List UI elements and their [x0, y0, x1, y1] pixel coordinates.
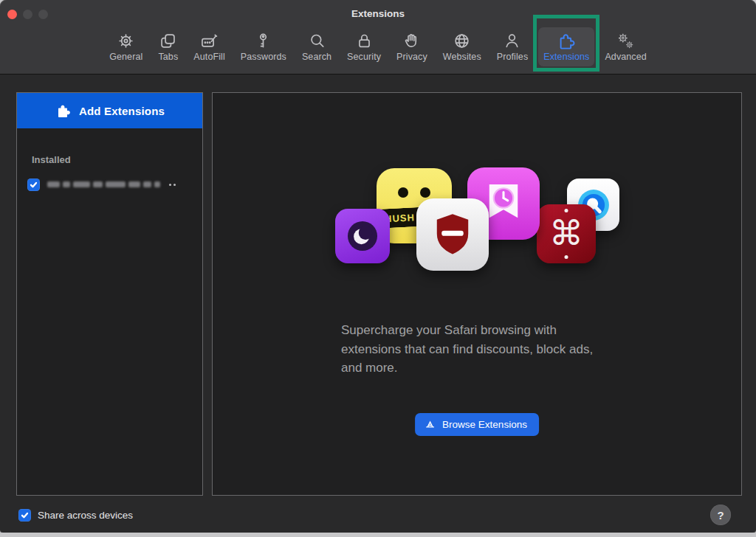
tab-label: Security [347, 52, 381, 62]
crescent-moon-icon [341, 215, 384, 257]
autofill-icon [199, 31, 219, 51]
tab-general[interactable]: General [104, 27, 148, 66]
tab-label: AutoFill [193, 52, 224, 62]
decor-dot [565, 209, 568, 212]
tab-label: General [109, 52, 142, 62]
share-across-devices-control[interactable]: Share across devices [18, 509, 133, 522]
tab-autofill[interactable]: AutoFill [188, 27, 230, 66]
add-extensions-label: Add Extensions [79, 105, 165, 117]
tab-websites[interactable]: Websites [438, 27, 487, 66]
puzzle-icon [55, 102, 72, 119]
redacted-name-ellipsis [169, 184, 176, 186]
installed-extension-row[interactable] [27, 176, 195, 193]
tab-search[interactable]: Search [297, 27, 337, 66]
add-extensions-button[interactable]: Add Extensions [17, 93, 202, 128]
magnifier-icon [307, 31, 327, 51]
tab-label: Advanced [605, 52, 646, 62]
window-title: Extensions [0, 8, 756, 19]
extensions-pane: Add Extensions Installed [0, 75, 756, 533]
installed-section-label: Installed [32, 154, 71, 165]
help-button[interactable]: ? [710, 505, 731, 525]
gear-icon [116, 31, 136, 51]
moon-extension-icon [335, 209, 390, 263]
hush-eye [398, 187, 408, 198]
tab-advanced[interactable]: Advanced [599, 27, 651, 66]
tab-label: Privacy [396, 52, 427, 62]
command-extension-icon: ⌘ [537, 204, 596, 263]
shield-block-icon [426, 208, 479, 261]
browse-extensions-button[interactable]: Browse Extensions [415, 413, 539, 436]
command-symbol: ⌘ [549, 216, 583, 250]
hand-icon [402, 31, 422, 51]
lock-icon [354, 31, 374, 51]
screen: Extensions General Tabs [0, 0, 756, 537]
help-question-mark: ? [717, 509, 724, 522]
window-chrome: Extensions General Tabs [0, 0, 756, 75]
installed-extension-name-redacted [47, 181, 160, 187]
decor-dot [565, 255, 568, 259]
tab-passwords[interactable]: Passwords [236, 27, 292, 66]
browse-extensions-label: Browse Extensions [442, 419, 527, 430]
extension-enabled-checkbox[interactable] [27, 179, 40, 191]
tab-label: Search [302, 52, 331, 62]
tabs-icon [158, 31, 178, 51]
hush-eye [420, 187, 430, 198]
key-icon [253, 31, 273, 51]
tab-profiles[interactable]: Profiles [492, 27, 533, 66]
tab-privacy[interactable]: Privacy [391, 27, 433, 66]
share-across-devices-label: Share across devices [38, 510, 133, 521]
person-icon [502, 31, 522, 51]
puzzle-icon [557, 31, 577, 51]
tab-label: Websites [443, 52, 481, 62]
extensions-sidebar: Add Extensions Installed [16, 92, 203, 496]
safari-preferences-window: Extensions General Tabs [0, 0, 756, 533]
check-icon [30, 181, 38, 189]
tab-label: Extensions [543, 52, 589, 62]
gears-icon [616, 31, 636, 51]
tab-label: Passwords [241, 52, 286, 62]
share-across-devices-checkbox[interactable] [18, 509, 31, 522]
app-store-icon [424, 418, 436, 431]
tab-tabs[interactable]: Tabs [153, 27, 183, 66]
page-background-strip [0, 533, 756, 537]
preferences-toolbar: General Tabs AutoFill [0, 27, 756, 72]
tab-label: Tabs [158, 52, 178, 62]
tab-security[interactable]: Security [342, 27, 386, 66]
tab-label: Profiles [497, 52, 528, 62]
globe-icon [452, 31, 472, 51]
extensions-main-panel: HUSH [212, 92, 742, 496]
check-icon [21, 511, 29, 519]
extensions-description: Supercharge your Safari browsing with ex… [341, 321, 616, 378]
shield-extension-icon [416, 198, 489, 271]
tab-extensions[interactable]: Extensions [538, 27, 594, 66]
